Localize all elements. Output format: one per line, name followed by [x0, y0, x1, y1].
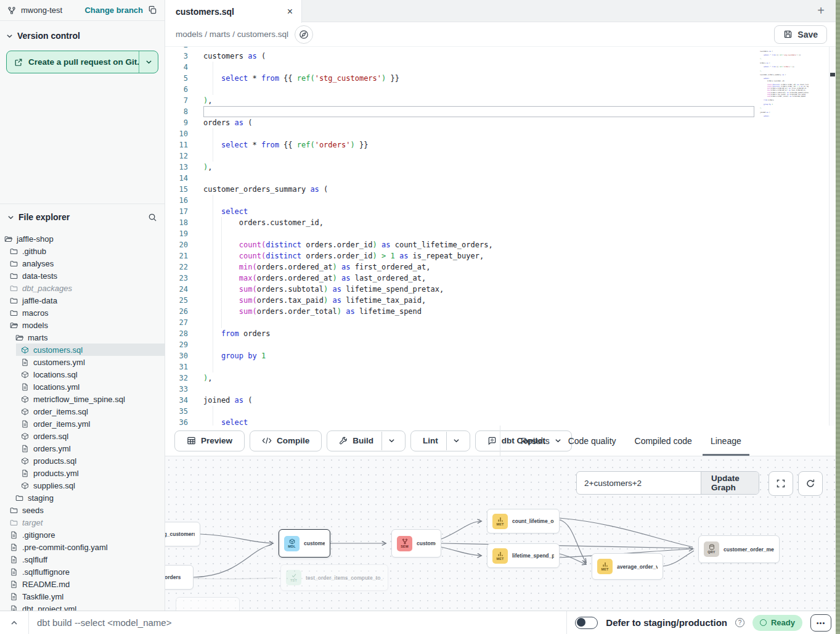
tab-code-quality[interactable]: Code quality [568, 426, 616, 456]
tree-item-.pre-commit-config.yaml[interactable]: .pre-commit-config.yaml [0, 541, 165, 553]
lineage-node-customers_model[interactable]: MDLcustomers [279, 529, 330, 558]
create-pr-dropdown[interactable] [139, 51, 158, 73]
tree-item-README.md[interactable]: README.md [0, 578, 165, 590]
code-line-15[interactable]: 15customer_orders_summary as ( [165, 184, 836, 195]
code-line-27[interactable]: 27 [165, 317, 836, 328]
build-main[interactable]: Build [331, 432, 381, 450]
change-branch-link[interactable]: Change branch [84, 6, 143, 15]
tree-item-products.sql[interactable]: products.sql [0, 455, 165, 467]
tree-item-order_items.yml[interactable]: order_items.yml [0, 418, 165, 430]
refresh-button[interactable] [798, 471, 823, 496]
tree-item-analyses[interactable]: analyses [0, 257, 165, 270]
tree-item-locations.yml[interactable]: locations.yml [0, 381, 165, 393]
lineage-node-stg_customers[interactable]: MDLstg_customers [165, 522, 200, 546]
tree-item-marts[interactable]: marts [0, 331, 165, 344]
close-icon[interactable]: × [287, 6, 293, 17]
lint-main[interactable]: Lint [415, 432, 446, 450]
tree-item-products.yml[interactable]: products.yml [0, 467, 165, 479]
build-dropdown[interactable] [381, 432, 401, 450]
defer-toggle[interactable] [575, 617, 598, 629]
code-line-12[interactable]: 12 [165, 150, 836, 162]
code-line-16[interactable]: 16 [165, 195, 836, 206]
code-line-19[interactable]: 19 [165, 228, 836, 239]
lineage-node-orders[interactable]: MDLorders [165, 565, 194, 590]
code-line-17[interactable]: 17 select [165, 206, 836, 217]
new-tab-button[interactable]: + [806, 0, 836, 22]
code-editor[interactable]: 23customers as (45 select * from {{ ref(… [165, 47, 836, 426]
file-explorer-header[interactable]: File explorer [0, 208, 165, 226]
compile-button[interactable]: Compile [250, 430, 322, 451]
code-line-7[interactable]: 7), [165, 95, 836, 106]
code-line-21[interactable]: 21 count(distinct orders.order_id) > 1 a… [165, 250, 836, 261]
fullscreen-button[interactable] [769, 471, 793, 496]
compass-icon[interactable] [295, 25, 313, 44]
code-line-30[interactable]: 30 group by 1 [165, 350, 836, 361]
code-line-13[interactable]: 13), [165, 162, 836, 173]
code-lines[interactable]: 23customers as (45 select * from {{ ref(… [165, 47, 836, 426]
tree-item-orders.sql[interactable]: orders.sql [0, 430, 165, 442]
tree-item-orders.yml[interactable]: orders.yml [0, 442, 165, 455]
create-pr-main[interactable]: Create a pull request on Git... [7, 51, 139, 73]
code-line-28[interactable]: 28 from orders [165, 328, 836, 339]
editor-scrollbar[interactable] [829, 47, 836, 426]
tree-item-macros[interactable]: macros [0, 307, 165, 319]
tab-customers-sql[interactable]: customers.sql × [165, 0, 302, 23]
tree-item-seeds[interactable]: seeds [0, 504, 165, 516]
tree-item-data-tests[interactable]: data-tests [0, 270, 165, 282]
lint-dropdown[interactable] [446, 432, 466, 450]
lint-button[interactable]: Lint [410, 430, 470, 451]
code-line-5[interactable]: 5 select * from {{ ref('stg_customers') … [165, 73, 836, 84]
lineage-selector-input[interactable] [577, 472, 701, 494]
lineage-node-customer_order_metrics[interactable]: QRYcustomer_order_metrics [698, 535, 780, 563]
search-icon[interactable] [148, 213, 157, 222]
code-line-24[interactable]: 24 sum(orders.subtotal) as lifetime_spen… [165, 284, 836, 295]
tree-item-metricflow_time_spine.sql[interactable]: metricflow_time_spine.sql [0, 393, 165, 405]
code-line-34[interactable]: 34joined as ( [165, 395, 836, 406]
code-line-29[interactable]: 29 [165, 339, 836, 350]
lineage-node-count_lifetime_orders[interactable]: METcount_lifetime_orders [487, 509, 560, 533]
command-input[interactable]: dbt build --select <model_name> [29, 617, 171, 628]
code-line-25[interactable]: 25 sum(orders.tax_paid) as lifetime_tax_… [165, 295, 836, 306]
code-line-35[interactable]: 35 [165, 406, 836, 417]
code-line-11[interactable]: 11 select * from {{ ref('orders') }} [165, 139, 836, 150]
tree-item-jaffle-data[interactable]: jaffle-data [0, 294, 165, 307]
code-line-8[interactable]: 8 [165, 106, 836, 117]
code-line-22[interactable]: 22 min(orders.ordered_at) as first_order… [165, 261, 836, 273]
create-pr-button[interactable]: Create a pull request on Git... [6, 51, 158, 73]
tree-item-.sqlfluffignore[interactable]: .sqlfluffignore [0, 566, 165, 578]
code-line-23[interactable]: 23 max(orders.ordered_at) as last_ordere… [165, 273, 836, 284]
tree-item-customers.yml[interactable]: customers.yml [0, 356, 165, 368]
version-control-header[interactable]: Version control [6, 28, 158, 43]
lineage-panel[interactable]: MDLstg_customersMDLordersMDLcustomersTST… [165, 456, 836, 611]
code-line-4[interactable]: 4 [165, 62, 836, 73]
code-line-9[interactable]: 9orders as ( [165, 117, 836, 128]
copy-icon[interactable] [148, 6, 157, 15]
more-options-button[interactable]: ••• [810, 614, 831, 632]
preview-button[interactable]: Preview [174, 430, 245, 451]
code-line-36[interactable]: 36 select [165, 417, 836, 426]
code-line-26[interactable]: 26 sum(orders.order_total) as lifetime_s… [165, 306, 836, 317]
lineage-node-customers_semantic[interactable]: SEMcustomers [391, 529, 441, 558]
scrollbar-thumb[interactable] [830, 73, 835, 76]
tab-compiled-code[interactable]: Compiled code [635, 426, 692, 456]
build-button[interactable]: Build [327, 430, 406, 451]
tree-item-staging[interactable]: staging [0, 492, 165, 504]
tree-item-supplies.sql[interactable]: supplies.sql [0, 479, 165, 492]
code-line-18[interactable]: 18 orders.customer_id, [165, 217, 836, 228]
tree-item-customers.sql[interactable]: customers.sql [0, 344, 165, 356]
tree-item-dbt_packages[interactable]: dbt_packages [0, 282, 165, 294]
update-graph-button[interactable]: Update Graph [701, 472, 759, 494]
tree-item-jaffle-shop[interactable]: jaffle-shop [0, 233, 165, 245]
tree-item-locations.sql[interactable]: locations.sql [0, 368, 165, 381]
code-line-6[interactable]: 6 [165, 84, 836, 95]
code-line-3[interactable]: 3customers as ( [165, 51, 836, 62]
tree-item-.gitignore[interactable]: .gitignore [0, 529, 165, 541]
tree-item-order_items.sql[interactable]: order_items.sql [0, 405, 165, 418]
tab-lineage[interactable]: Lineage [711, 426, 741, 456]
tab-results[interactable]: Results [521, 426, 550, 456]
help-icon[interactable]: ? [735, 618, 744, 627]
save-button[interactable]: Save [774, 25, 827, 44]
lineage-node-average_order_value[interactable]: METaverage_order_value [592, 553, 663, 580]
tree-item-models[interactable]: models [0, 319, 165, 331]
tree-item-target[interactable]: target [0, 516, 165, 529]
